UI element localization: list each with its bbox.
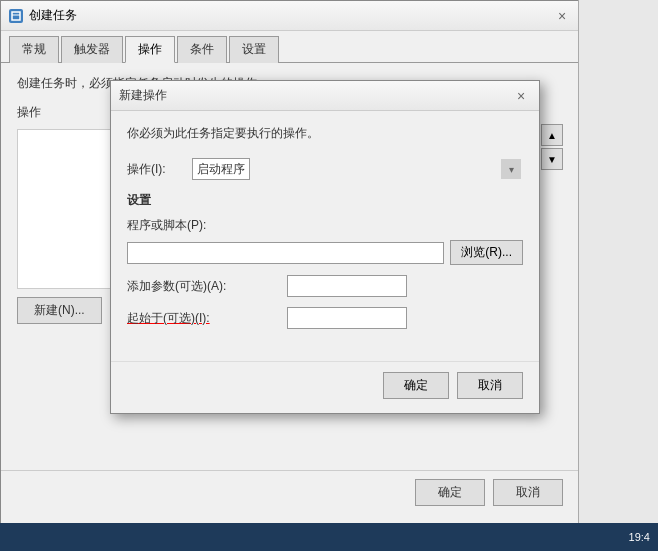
modal-footer: 确定 取消 xyxy=(111,361,539,413)
modal-window: 新建操作 × 你必须为此任务指定要执行的操作。 操作(I): 启动程序 ▾ xyxy=(110,80,540,414)
start-in-row: 起始于(可选)(I): xyxy=(127,307,523,329)
modal-ok-button[interactable]: 确定 xyxy=(383,372,449,399)
action-select[interactable]: 启动程序 xyxy=(192,158,250,180)
program-input[interactable] xyxy=(127,242,444,264)
select-arrow-icon: ▾ xyxy=(501,159,521,179)
action-type-row: 操作(I): 启动程序 ▾ xyxy=(127,158,523,180)
start-in-input[interactable] xyxy=(287,307,407,329)
add-args-label: 添加参数(可选)(A): xyxy=(127,278,287,295)
browse-button[interactable]: 浏览(R)... xyxy=(450,240,523,265)
add-args-row: 添加参数(可选)(A): xyxy=(127,275,523,297)
settings-title: 设置 xyxy=(127,192,523,209)
modal-titlebar: 新建操作 × xyxy=(111,81,539,111)
modal-cancel-button[interactable]: 取消 xyxy=(457,372,523,399)
program-label-row: 程序或脚本(P): xyxy=(127,217,523,234)
action-label: 操作(I): xyxy=(127,161,192,178)
action-select-wrapper: 启动程序 ▾ xyxy=(192,158,523,180)
program-row: 浏览(R)... xyxy=(127,240,523,265)
modal-content: 你必须为此任务指定要执行的操作。 操作(I): 启动程序 ▾ 设置 xyxy=(111,111,539,353)
modal-overlay: 新建操作 × 你必须为此任务指定要执行的操作。 操作(I): 启动程序 ▾ xyxy=(0,0,658,551)
modal-close-button[interactable]: × xyxy=(511,86,531,106)
modal-title: 新建操作 xyxy=(119,87,167,104)
modal-description: 你必须为此任务指定要执行的操作。 xyxy=(127,125,523,142)
program-label: 程序或脚本(P): xyxy=(127,218,206,232)
start-in-label: 起始于(可选)(I): xyxy=(127,310,287,327)
add-args-input[interactable] xyxy=(287,275,407,297)
settings-section: 设置 程序或脚本(P): 浏览(R)... 添加参数(可选)(A): 起始于(可… xyxy=(127,192,523,329)
